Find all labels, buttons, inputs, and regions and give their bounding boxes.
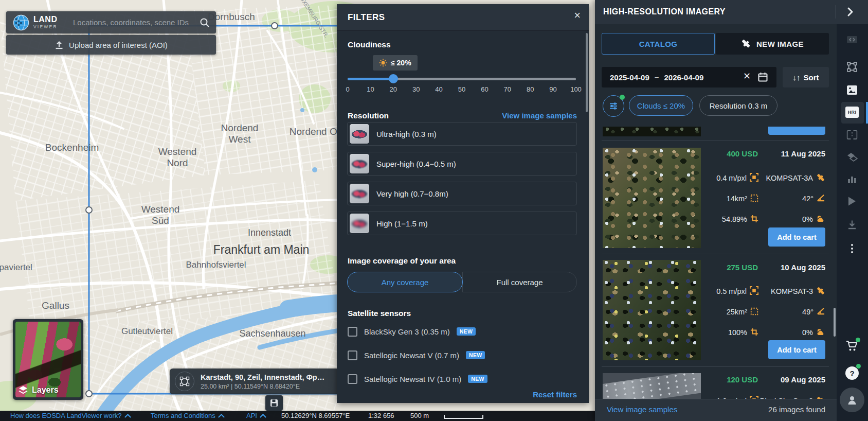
download-icon[interactable] [847,220,857,230]
tab-new-image[interactable]: NEW IMAGE [716,33,829,55]
date-from: 2025-04-09 [610,73,649,82]
filter-chip[interactable]: Clouds ≤ 20% [629,95,693,116]
slider-tick-label: 30 [412,85,420,93]
card-price-row: 120 USD09 Aug 2025 [709,375,825,385]
resolution-option[interactable]: Ultra-high (0.3 m) [347,122,577,146]
slider-tick-label: 80 [527,85,534,93]
satellite-icon [741,39,751,49]
slider-tick-label: 40 [435,85,442,93]
checkbox[interactable] [348,350,357,360]
catalog-panel: HIGH-RESOLUTION IMAGERY CATALOG NEW IMAG… [595,0,837,421]
image-icon[interactable] [847,85,858,95]
add-to-cart-button[interactable]: Add to cart [768,227,825,247]
layers-button[interactable]: Layers [13,319,83,400]
scene-thumbnail[interactable] [603,148,701,248]
aoi-frame-icon [179,376,190,387]
resolution-option[interactable]: High (1−1.5 m) [347,212,577,235]
resolution-option-label: High (1−1.5 m) [376,219,428,228]
scene-thumbnail[interactable] [603,373,701,399]
resolution-option[interactable]: Very high (0.7−0.8m) [347,182,577,205]
tune-icon [608,101,619,111]
chart-icon[interactable] [847,174,857,184]
aoi-frame-icon[interactable] [847,62,858,73]
help-icon[interactable]: ? [845,366,859,380]
search-icon[interactable] [200,17,210,28]
checkbox[interactable] [348,327,357,337]
scene-price: 120 USD [709,375,758,385]
clear-date-icon[interactable]: ✕ [743,72,751,81]
save-aoi-button[interactable] [265,395,283,411]
status-link[interactable]: How does EOSDA LandViewer work? [10,412,130,419]
close-icon[interactable]: × [574,10,581,21]
slider-tick-label: 100 [570,85,582,93]
reset-filters-link[interactable]: Reset filters [533,390,577,399]
add-to-cart-button-partial[interactable] [768,127,825,135]
upload-icon [55,41,64,49]
search-box[interactable]: LAND VIEWER Locations, coordinates, scen… [6,11,216,33]
images-found-count: 26 images found [768,405,825,414]
tab-catalog[interactable]: CATALOG [602,33,715,55]
cloud-icon [816,328,825,337]
area-icon [750,307,758,317]
card-divider [602,141,829,141]
catalog-scrollbar[interactable] [834,308,836,337]
save-icon [270,399,278,407]
scene-stat-row: 54.89%0% [709,214,825,224]
view-image-samples-link[interactable]: View image samples [607,405,677,414]
logo-text: LAND [33,15,58,24]
resolution-option[interactable]: Super-high (0.4−0.5 m) [347,152,577,176]
resolution-option-label: Super-high (0.4−0.5 m) [376,160,456,168]
hri-icon[interactable]: HRI [845,107,859,118]
search-input[interactable]: Locations, coordinates, scene IDs [73,18,200,27]
scene-price: 400 USD [709,149,758,160]
play-icon[interactable] [847,196,857,206]
aoi-info-box[interactable]: Karstadt, 90, Zeil, Innenstadt, Фр… 25.0… [170,369,339,394]
coverage-full-button[interactable]: Full coverage [462,272,577,292]
landviewer-app: DornbuschROSA-LUXEMBURG-STR.BockenheimWe… [0,0,868,421]
filter-chip[interactable]: Resolution 0.3 m [699,95,777,116]
status-link[interactable]: API [246,412,265,419]
swipe-icon[interactable] [846,152,858,162]
sun-icon [379,59,387,67]
cloudiness-badge: ≤ 20% [373,55,418,71]
sensor-checkbox-row[interactable]: Satellogic Newsat V (0.7 m)NEW [348,349,485,361]
sensor-checkbox-row[interactable]: Satellogic Newsat IV (1.0 m)NEW [348,373,487,385]
catalog-title: HIGH-RESOLUTION IMAGERY [603,7,726,16]
sensors-label: Satellite sensors [348,309,411,318]
cloud-icon [816,215,825,224]
sort-button[interactable]: ↓↑ Sort [783,67,829,87]
map-scale-ratio: 1:32 656 [368,412,394,419]
new-badge: NEW [468,375,487,383]
scene-stat: 49° [802,307,825,317]
slider-handle[interactable] [389,74,398,83]
status-link[interactable]: Terms and Conditions [151,412,224,419]
coverage-any-button[interactable]: Any coverage [347,272,463,292]
scene-stat-row: 14km²42° [709,194,825,204]
cart-icon[interactable] [846,340,858,352]
collapse-panel-icon[interactable] [847,7,854,19]
scene-date: 10 Aug 2025 [781,263,825,273]
view-image-samples-link[interactable]: View image samples [502,111,577,120]
landviewer-logo[interactable]: LAND VIEWER [12,14,66,31]
checkbox[interactable] [348,374,357,384]
filter-settings-button[interactable] [603,95,624,117]
cursor-coordinates: 50.12629°N 8.69557°E [281,412,350,419]
scene-stat-row: 0.5 m/pxlKOMPSAT-3 [709,286,825,296]
upload-aoi-button[interactable]: Upload area of interest (AOI) [6,35,216,55]
account-icon[interactable] [840,388,864,412]
sensor-checkbox-row[interactable]: BlackSky Gen 3 (0.35 m)NEW [348,325,476,338]
scene-thumbnail[interactable] [603,260,701,360]
sort-arrows-icon: ↓↑ [793,73,801,82]
cloudiness-slider[interactable] [348,78,576,80]
slider-tick-label: 90 [549,85,556,93]
more-icon[interactable] [851,244,853,253]
filters-scrollbar[interactable] [586,33,588,112]
card-price-row: 400 USD11 Aug 2025 [709,149,825,160]
resolution-label: Resolution [348,111,389,120]
compare-icon[interactable] [846,34,858,45]
add-to-cart-button[interactable]: Add to cart [768,340,825,359]
calendar-icon[interactable] [758,72,768,84]
scene-thumbnail-partial[interactable] [603,127,701,136]
split-view-icon[interactable] [847,130,858,139]
scene-stat: KOMPSAT-3 [771,286,825,296]
